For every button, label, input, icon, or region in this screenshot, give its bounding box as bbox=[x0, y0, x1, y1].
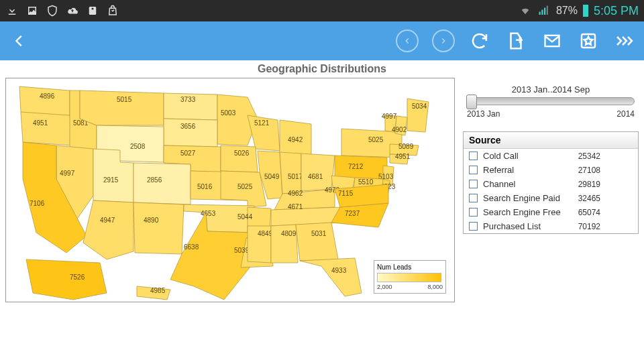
voicemail-icon bbox=[86, 4, 99, 17]
source-row[interactable]: Search Engine Free65074 bbox=[464, 205, 638, 219]
state-label-MO: 5025 bbox=[237, 183, 253, 190]
state-label-NV: 4997 bbox=[60, 170, 75, 177]
state-label-CO: 2856 bbox=[147, 176, 162, 184]
content-area: Geographic Distributions 489649515081501… bbox=[0, 60, 644, 362]
state-label-WI: 5121 bbox=[254, 119, 270, 127]
svg-rect-2 bbox=[539, 12, 540, 15]
state-label-IA: 5026 bbox=[234, 149, 250, 157]
nav-next-button[interactable] bbox=[432, 29, 455, 52]
svg-rect-3 bbox=[541, 10, 543, 15]
source-checkbox[interactable] bbox=[469, 208, 478, 217]
state-FL[interactable] bbox=[300, 258, 362, 296]
clock-time: 5:05 PM bbox=[594, 4, 639, 18]
source-value: 32465 bbox=[571, 194, 600, 203]
page-title: Geographic Distributions bbox=[5, 63, 639, 75]
source-checkbox[interactable] bbox=[469, 180, 478, 188]
legend-title: Num Leads bbox=[377, 263, 443, 271]
slider-track[interactable] bbox=[467, 97, 635, 105]
nav-prev-button[interactable] bbox=[396, 29, 419, 52]
slider-thumb[interactable] bbox=[466, 95, 477, 109]
state-label-CT: 4951 bbox=[395, 153, 411, 160]
export-button[interactable] bbox=[504, 29, 527, 52]
state-label-MS: 4849 bbox=[258, 230, 273, 237]
state-label-OH: 4681 bbox=[308, 173, 323, 180]
source-name: Search Engine Paid bbox=[483, 193, 566, 203]
status-right: 87% 5:05 PM bbox=[519, 4, 639, 18]
source-name: Search Engine Free bbox=[483, 207, 566, 217]
state-label-ND: 3733 bbox=[180, 96, 196, 103]
state-label-MI: 4942 bbox=[288, 136, 303, 143]
source-checkbox[interactable] bbox=[469, 166, 478, 174]
state-label-FL: 4933 bbox=[331, 267, 347, 274]
mail-button[interactable] bbox=[541, 29, 564, 52]
state-label-MA: 5089 bbox=[398, 143, 414, 150]
state-label-OR: 4951 bbox=[33, 119, 48, 127]
slider-start-label: 2013 Jan bbox=[467, 109, 500, 119]
refresh-button[interactable] bbox=[468, 29, 491, 52]
shopping-bag-icon bbox=[106, 4, 119, 17]
state-label-NY: 5025 bbox=[368, 136, 384, 143]
state-CO[interactable] bbox=[133, 163, 191, 204]
state-label-LA: 5039 bbox=[234, 247, 250, 254]
state-label-AK: 7526 bbox=[70, 274, 85, 281]
source-name: Channel bbox=[483, 179, 566, 189]
source-value: 27108 bbox=[571, 166, 600, 175]
source-row[interactable]: Search Engine Paid32465 bbox=[464, 191, 638, 205]
us-map[interactable]: 4896495150815015373350035121365649422508… bbox=[5, 78, 455, 302]
state-AK[interactable] bbox=[26, 259, 107, 300]
wifi-icon bbox=[519, 4, 532, 17]
source-checkbox[interactable] bbox=[469, 152, 478, 160]
state-label-KY: 4962 bbox=[288, 190, 303, 197]
state-OH[interactable] bbox=[301, 154, 335, 191]
picture-icon bbox=[25, 4, 39, 17]
source-checkbox[interactable] bbox=[469, 222, 478, 231]
legend-gradient bbox=[377, 273, 441, 282]
state-label-UT: 2915 bbox=[103, 176, 119, 184]
state-label-GA: 5031 bbox=[311, 230, 327, 237]
back-button[interactable] bbox=[8, 29, 31, 52]
android-status-bar: 87% 5:05 PM bbox=[0, 0, 644, 21]
shield-icon bbox=[46, 4, 59, 17]
source-row[interactable]: Referral27108 bbox=[464, 163, 638, 177]
source-row[interactable]: Cold Call25342 bbox=[464, 149, 638, 163]
legend-max: 8,000 bbox=[427, 284, 443, 290]
svg-point-1 bbox=[92, 8, 94, 10]
state-label-TX: 6638 bbox=[184, 243, 199, 251]
source-value: 65074 bbox=[571, 208, 600, 217]
source-name: Purchased List bbox=[483, 221, 566, 231]
state-label-AL: 4809 bbox=[281, 230, 297, 237]
state-label-NE: 5027 bbox=[180, 149, 196, 157]
state-NM[interactable] bbox=[133, 202, 184, 254]
svg-rect-4 bbox=[544, 8, 545, 15]
source-row[interactable]: Channel29819 bbox=[464, 177, 638, 191]
more-button[interactable] bbox=[613, 29, 636, 52]
state-label-OK: 4653 bbox=[201, 210, 216, 217]
state-GA[interactable] bbox=[296, 223, 338, 261]
source-checkbox[interactable] bbox=[469, 194, 478, 202]
battery-percent: 87% bbox=[556, 5, 578, 17]
download-icon bbox=[5, 4, 19, 17]
source-header: Source bbox=[464, 132, 638, 149]
state-label-WY: 2508 bbox=[130, 143, 146, 150]
state-label-AZ: 4947 bbox=[100, 217, 115, 224]
favorite-button[interactable] bbox=[577, 29, 600, 52]
time-slider[interactable]: 2013 Jan..2014 Sep 2013 Jan 2014 bbox=[463, 78, 639, 131]
map-legend: Num Leads 2,000 8,000 bbox=[374, 260, 446, 294]
cloud-upload-icon bbox=[66, 4, 79, 17]
state-label-MT: 5015 bbox=[117, 96, 132, 103]
state-AZ[interactable] bbox=[83, 200, 133, 259]
state-label-VT: 4997 bbox=[382, 113, 397, 120]
state-label-PA: 7212 bbox=[348, 163, 364, 170]
state-label-SD: 3656 bbox=[180, 123, 196, 130]
state-OR[interactable] bbox=[21, 112, 73, 145]
state-label-IL: 5049 bbox=[264, 173, 280, 180]
signal-icon bbox=[537, 4, 551, 17]
source-value: 25342 bbox=[571, 152, 600, 161]
state-label-IN: 5017 bbox=[288, 173, 303, 180]
state-label-MN: 5003 bbox=[221, 109, 236, 117]
source-row[interactable]: Purchased List70192 bbox=[464, 219, 638, 233]
slider-range-label: 2013 Jan..2014 Sep bbox=[467, 84, 635, 95]
state-label-WA: 4896 bbox=[40, 93, 55, 100]
battery-icon bbox=[583, 5, 588, 17]
state-label-AR: 5044 bbox=[237, 213, 253, 221]
